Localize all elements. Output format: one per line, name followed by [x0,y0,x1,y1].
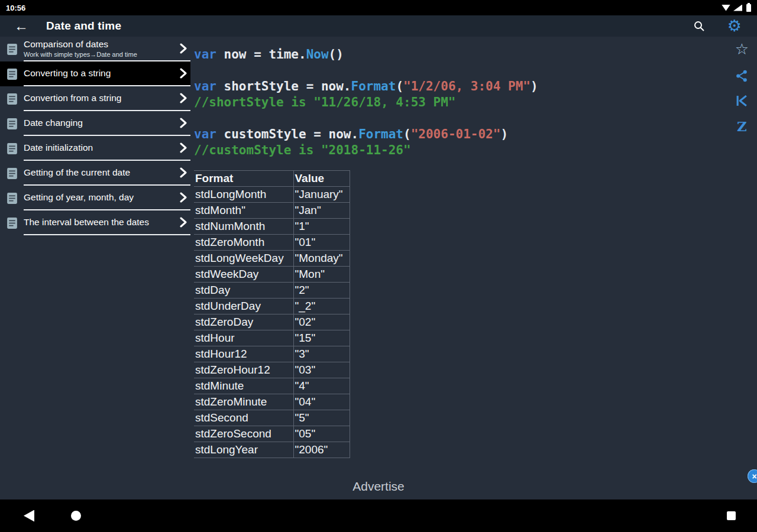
document-icon [0,61,24,86]
table-cell: "_2" [293,299,350,314]
table-cell: stdMinute [194,378,293,394]
sidebar-item-body: Date initialization [24,136,190,161]
table-cell: stdLongWeekDay [194,251,293,267]
table-row: stdMonth""Jan" [194,203,350,219]
sidebar-item[interactable]: Getting of year, month, day [0,186,190,210]
format-table-head-row: FormatValue [194,171,350,187]
sidebar-item-body: Comparison of datesWork with simple type… [24,37,190,61]
document-icon [0,111,24,136]
share-icon[interactable] [736,70,748,82]
table-cell: "04" [293,394,350,410]
sidebar-item[interactable]: Date initialization [0,136,190,161]
search-icon[interactable] [693,20,705,32]
table-cell: stdDay [194,283,293,299]
sidebar-item-body: Date changing [24,111,190,136]
table-row: stdNumMonth"1" [194,219,350,235]
document-icon [0,136,24,161]
app-bar: ← Date and time ⚙ [0,15,757,37]
table-header: Value [293,171,350,187]
table-cell: "3" [293,346,350,362]
code-line [194,111,757,126]
skip-to-start-icon[interactable] [736,95,748,106]
chevron-right-icon [180,93,187,103]
table-row: stdHour"15" [194,330,350,346]
table-cell: stdWeekDay [194,267,293,283]
table-row: stdZeroHour12"03" [194,362,350,378]
sidebar-item[interactable]: Getting of the current date [0,161,190,186]
table-row: stdZeroMinute"04" [194,394,350,410]
chevron-right-icon [180,142,187,153]
table-row: stdMinute"4" [194,378,350,394]
code-line: var customStyle = now.Format("2006-01-02… [194,126,757,142]
document-icon [0,37,24,61]
back-arrow-icon[interactable]: ← [14,19,28,33]
chevron-right-icon [180,43,187,54]
code-line: var shortStyle = now.Format("1/2/06, 3:0… [194,79,757,95]
main-panel: var now = time.Now() var shortStyle = no… [190,37,757,473]
table-cell: "01" [293,235,350,251]
sidebar-item[interactable]: Date changing [0,111,190,136]
sidebar-item[interactable]: Comparison of datesWork with simple type… [0,37,190,61]
format-table-body: stdLongMonth"January"stdMonth""Jan"stdNu… [194,187,350,458]
navigation-bar [0,499,757,532]
nav-recents-icon[interactable] [727,511,736,520]
table-row: stdLongWeekDay"Monday" [194,251,350,267]
code-line: //shortStyle is "11/26/18, 4:53 PM" [194,95,757,111]
chevron-right-icon [180,118,187,128]
status-icons [722,4,751,12]
chevron-right-icon [180,68,187,79]
chevron-right-icon [180,192,187,203]
nav-home-icon[interactable] [71,511,81,521]
sidebar-item-body: Convertion from a string [24,86,190,111]
chevron-right-icon [180,217,187,228]
table-row: stdLongMonth"January" [194,187,350,203]
nav-back-icon[interactable] [24,510,34,522]
table-cell: "4" [293,378,350,394]
chevron-right-icon [180,167,187,178]
sidebar-item-title: Convertion from a string [24,93,177,103]
sidebar-list: Comparison of datesWork with simple type… [0,37,190,473]
document-icon [0,210,24,235]
close-ad-icon[interactable]: × [748,469,757,483]
table-row: stdHour12"3" [194,346,350,362]
table-row: stdUnderDay"_2" [194,299,350,314]
z-icon[interactable]: Z [737,119,747,133]
sidebar-item-title: Getting of the current date [24,167,177,178]
table-cell: "Mon" [293,267,350,283]
page-title: Date and time [46,20,121,33]
table-row: stdSecond"5" [194,410,350,426]
action-rail: ☆ Z [735,41,749,133]
table-cell: stdLongYear [194,442,293,458]
table-cell: "1" [293,219,350,235]
code-block: var now = time.Now() var shortStyle = no… [194,47,757,158]
code-line: var now = time.Now() [194,47,757,63]
sidebar-item[interactable]: Convertion from a string [0,86,190,111]
sidebar-item[interactable]: Converting to a string [0,61,190,86]
document-icon [0,186,24,210]
table-cell: "Monday" [293,251,350,267]
table-cell: "January" [293,187,350,203]
table-cell: stdNumMonth [194,219,293,235]
code-line: //customStyle is "2018-11-26" [194,142,757,158]
table-header: Format [194,171,293,187]
status-bar: 10:56 [0,0,757,15]
table-cell: stdHour12 [194,346,293,362]
table-cell: stdZeroMonth [194,235,293,251]
star-icon[interactable]: ☆ [735,41,749,57]
table-cell: "02" [293,314,350,330]
wifi-icon [722,5,730,11]
table-row: stdZeroMonth"01" [194,235,350,251]
table-cell: stdUnderDay [194,299,293,314]
table-cell: stdZeroDay [194,314,293,330]
signal-icon [733,5,742,11]
sidebar-item-body: The interval between the dates [24,210,190,235]
sidebar-item-body: Getting of year, month, day [24,186,190,210]
sidebar-item[interactable]: The interval between the dates [0,210,190,235]
ad-banner[interactable]: Advertise × [0,473,757,499]
table-row: stdZeroDay"02" [194,314,350,330]
table-cell: stdMonth" [194,203,293,219]
gear-icon[interactable]: ⚙ [727,18,742,34]
sidebar-item-body: Converting to a string [24,61,190,86]
code-line [194,63,757,79]
sidebar-item-subtitle: Work with simple types→Date and time [24,51,177,58]
